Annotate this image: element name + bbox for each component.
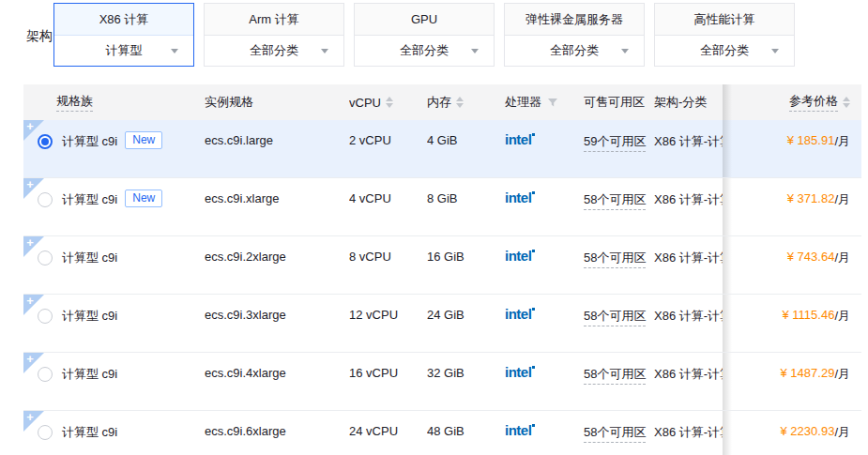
intel-logo: intel [505, 364, 531, 380]
col-header-memory[interactable]: 内存 [427, 84, 505, 120]
row-radio[interactable] [38, 250, 53, 265]
arch-tab-baremetal[interactable]: 弹性裸金属服务器 全部分类 [504, 3, 645, 67]
price-unit: /月 [834, 191, 850, 208]
col-header-zones-label: 可售可用区 [584, 94, 645, 111]
memory-value: 4 GiB [427, 120, 505, 177]
row-radio[interactable] [38, 425, 53, 440]
col-header-vcpu[interactable]: vCPU [349, 84, 427, 120]
arch-category: X86 计算-计算 [654, 178, 723, 235]
category-value: 计算型 [106, 43, 143, 57]
price-amount: ¥ 371.82 [787, 191, 835, 205]
chevron-down-icon [621, 49, 629, 53]
arch-tab-arm[interactable]: Arm 计算 全部分类 [204, 3, 344, 67]
family-name: 计算型 c9i [62, 424, 117, 441]
arch-tab-title[interactable]: X86 计算 [54, 4, 193, 36]
new-badge: New [125, 131, 162, 149]
col-header-arch-label: 架构-分类 [654, 94, 707, 111]
category-value: 全部分类 [550, 43, 599, 57]
table-row[interactable]: + 计算型 c9i ecs.c9i.4xlarge 16 vCPU 32 GiB… [23, 353, 861, 411]
chevron-down-icon [321, 49, 328, 53]
zones-link[interactable]: 58个可用区 [584, 308, 646, 326]
zones-link[interactable]: 58个可用区 [584, 250, 646, 268]
category-dropdown[interactable]: 全部分类 [205, 36, 343, 66]
arch-tab-hpc[interactable]: 高性能计算 全部分类 [654, 3, 795, 67]
row-radio[interactable] [38, 309, 53, 324]
intel-logo-dot [532, 308, 535, 311]
vcpu-value: 12 vCPU [349, 295, 427, 352]
col-header-family-label: 规格族 [56, 93, 93, 112]
architecture-label: 架构 [26, 28, 53, 45]
table-header-row: 规格族 实例规格 vCPU 内存 处理器 可售可用区 架构-分类 参考价格 [23, 84, 861, 120]
instance-spec: ecs.c9i.large [205, 120, 349, 177]
col-header-zones: 可售可用区 [584, 84, 654, 120]
category-value: 全部分类 [250, 43, 298, 57]
new-badge: New [125, 190, 162, 207]
zones-link[interactable]: 58个可用区 [584, 366, 646, 385]
arch-tab-title[interactable]: 弹性裸金属服务器 [505, 4, 644, 36]
zones-link[interactable]: 58个可用区 [584, 424, 646, 443]
zones-link[interactable]: 59个可用区 [584, 133, 646, 152]
sort-icon[interactable] [456, 97, 464, 108]
arch-tab-gpu[interactable]: GPU 全部分类 [354, 3, 495, 67]
col-header-spec: 实例规格 [205, 84, 349, 120]
fixed-column-shadow [723, 84, 732, 120]
vcpu-value: 2 vCPU [349, 120, 427, 177]
family-name: 计算型 c9i [62, 250, 117, 266]
price-amount: ¥ 185.91 [787, 133, 835, 147]
col-header-price[interactable]: 参考价格 [723, 84, 861, 120]
filter-icon[interactable] [547, 97, 558, 108]
arch-tab-title[interactable]: Arm 计算 [205, 4, 343, 36]
memory-value: 32 GiB [427, 353, 505, 410]
intel-logo-dot [532, 250, 535, 252]
col-header-spec-label: 实例规格 [205, 94, 253, 111]
fixed-column-shadow [723, 353, 732, 410]
table-row[interactable]: + 计算型 c9i New ecs.c9i.large 2 vCPU 4 GiB… [23, 120, 861, 178]
category-dropdown[interactable]: 全部分类 [655, 36, 794, 66]
price-amount: ¥ 1487.29 [781, 366, 835, 380]
col-header-processor[interactable]: 处理器 [505, 84, 584, 120]
fixed-column-shadow [723, 411, 732, 455]
intel-logo-dot [532, 424, 535, 427]
col-header-price-label: 参考价格 [789, 93, 838, 112]
price-amount: ¥ 1115.46 [782, 308, 834, 322]
price-unit: /月 [834, 308, 850, 325]
table-row[interactable]: + 计算型 c9i ecs.c9i.6xlarge 24 vCPU 48 GiB… [23, 411, 861, 455]
arch-tab-title[interactable]: GPU [355, 4, 494, 36]
col-header-processor-label: 处理器 [505, 94, 541, 111]
category-dropdown[interactable]: 全部分类 [505, 36, 644, 66]
arch-tab-title[interactable]: 高性能计算 [655, 4, 794, 36]
intel-logo-dot [532, 133, 535, 136]
table-row[interactable]: + 计算型 c9i ecs.c9i.2xlarge 8 vCPU 16 GiB … [23, 236, 861, 295]
col-header-vcpu-label: vCPU [349, 96, 381, 110]
price-amount: ¥ 743.64 [787, 250, 835, 264]
memory-value: 16 GiB [427, 236, 505, 294]
intel-logo-dot [532, 366, 535, 369]
sort-icon[interactable] [843, 97, 850, 108]
intel-logo: intel [505, 306, 531, 322]
fixed-column-shadow [723, 236, 732, 294]
arch-tab-x86[interactable]: X86 计算 计算型 [53, 3, 194, 67]
row-radio[interactable] [38, 367, 53, 382]
arch-category: X86 计算-计算 [654, 411, 723, 455]
chevron-down-icon [771, 49, 779, 53]
arch-category: X86 计算-计算 [654, 120, 723, 177]
row-radio[interactable] [38, 134, 53, 149]
price-unit: /月 [834, 133, 850, 150]
row-radio[interactable] [38, 192, 53, 207]
table-row[interactable]: + 计算型 c9i ecs.c9i.3xlarge 12 vCPU 24 GiB… [23, 295, 861, 353]
category-dropdown[interactable]: 全部分类 [355, 36, 494, 66]
instance-spec: ecs.c9i.3xlarge [205, 295, 349, 352]
architecture-filter-bar: 架构 X86 计算 计算型 Arm 计算 全部分类 GPU 全部分类 弹性裸金属… [0, 0, 868, 75]
table-row[interactable]: + 计算型 c9i New ecs.c9i.xlarge 4 vCPU 8 Gi… [23, 178, 861, 236]
intel-logo: intel [505, 190, 531, 205]
fixed-column-shadow [723, 178, 732, 235]
price-unit: /月 [834, 250, 850, 266]
sort-icon[interactable] [386, 97, 393, 108]
col-header-family[interactable]: 规格族 [23, 84, 205, 120]
family-name: 计算型 c9i [62, 366, 117, 383]
category-dropdown[interactable]: 计算型 [54, 36, 193, 66]
zones-link[interactable]: 58个可用区 [584, 191, 646, 210]
intel-logo: intel [505, 248, 531, 264]
instance-spec: ecs.c9i.xlarge [205, 178, 349, 235]
chevron-down-icon [471, 49, 479, 53]
